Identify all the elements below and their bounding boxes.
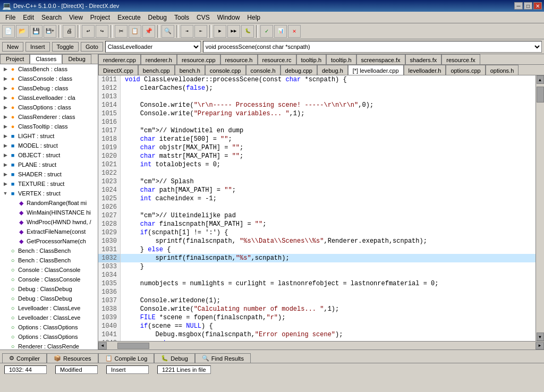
tree-item[interactable]: ▶■LIGHT : struct	[0, 131, 98, 141]
expand-icon[interactable]: ▶	[2, 114, 8, 120]
tree-item[interactable]: ○Debug : ClassDebug	[0, 284, 98, 294]
scroll-right[interactable]: ►	[536, 342, 544, 350]
scroll-thumb[interactable]	[537, 87, 544, 103]
tree-item[interactable]: ○Bench : ClassBench	[0, 246, 98, 255]
scroll-up[interactable]: ▲	[537, 75, 544, 84]
line-content[interactable]: clearCaches(false);	[121, 84, 213, 92]
tree-item[interactable]: ▶●ClassConsole : class	[0, 74, 98, 83]
tb-compile[interactable]: ▶	[214, 25, 226, 38]
tab-classes[interactable]: Classes	[30, 54, 62, 64]
tb-undo[interactable]: ↩	[82, 25, 95, 38]
expand-icon[interactable]: ▶	[2, 181, 8, 186]
tab-renderer_h[interactable]: renderer.h	[141, 54, 177, 65]
tab-project[interactable]: Project	[0, 54, 30, 64]
bottom-tab-compiler[interactable]: ⚙Compiler	[2, 353, 47, 363]
tree-item[interactable]: ▶●ClassRenderer : class	[0, 112, 98, 122]
tab-resource_rc[interactable]: resource.rc	[258, 54, 296, 65]
menu-help[interactable]: Help	[244, 13, 264, 22]
expand-icon[interactable]: ▶	[2, 162, 8, 167]
tb-run[interactable]: ▶▶	[227, 25, 240, 38]
expand-icon[interactable]: ▶	[2, 152, 8, 158]
tb-unindent[interactable]: ⇤	[194, 25, 207, 38]
tree-item[interactable]: ▶■OBJECT : struct	[0, 150, 98, 160]
toggle-button[interactable]: Toggle	[52, 42, 79, 52]
scroll-track[interactable]	[537, 84, 544, 333]
bottom-tab-debug[interactable]: 🐛Debug	[154, 353, 194, 363]
expand-icon[interactable]: ▶	[2, 76, 8, 81]
line-content[interactable]	[121, 169, 125, 177]
tb-redo[interactable]: ↪	[96, 25, 108, 38]
tree-item[interactable]: ○Bench : ClassBench	[0, 255, 98, 265]
tab-resource_fx[interactable]: resource.fx	[441, 54, 480, 65]
tab-options_h[interactable]: options.h	[486, 65, 519, 75]
insert-button[interactable]: Insert	[26, 42, 50, 52]
tree-item[interactable]: ○Levelloader : ClassLeve	[0, 303, 98, 313]
tb-chart[interactable]: 📊	[274, 25, 287, 38]
tab-debug_h[interactable]: debug.h	[317, 65, 348, 75]
line-content[interactable]: "cm">// Windowtitel en dump	[121, 126, 243, 135]
h-scroll-thumb[interactable]	[117, 343, 149, 349]
tree-item[interactable]: ◆ExtractFileName(const	[0, 227, 98, 236]
expand-icon[interactable]: ▶	[2, 86, 8, 91]
expand-icon[interactable]: ▶	[2, 105, 8, 110]
class-selector[interactable]: ClassLevelloader	[105, 41, 201, 53]
line-content[interactable]	[121, 118, 125, 126]
goto-button[interactable]: Goto	[81, 42, 103, 52]
menu-view[interactable]: View	[66, 13, 86, 22]
scroll-down[interactable]: ▼	[537, 333, 544, 341]
tree-item[interactable]: ▶●ClassTooltip : class	[0, 122, 98, 131]
line-content[interactable]: char finalscnpath[MAX_PATH] = "";	[121, 220, 266, 228]
menu-tools[interactable]: Tools	[171, 13, 192, 22]
tb-indent[interactable]: ⇥	[181, 25, 193, 38]
tb-new[interactable]: 📄	[2, 25, 15, 38]
line-content[interactable]: Console.writedone(1);	[121, 296, 220, 305]
tree-item[interactable]: ▶●ClassOptions : class	[0, 103, 98, 112]
bottom-tab-compile-log[interactable]: 📋Compile Log	[98, 353, 155, 363]
menu-search[interactable]: Search	[38, 13, 65, 22]
close-button[interactable]: ✕	[533, 2, 542, 10]
minimize-button[interactable]: ─	[514, 2, 523, 10]
tab-console_h[interactable]: console.h	[246, 65, 280, 75]
horizontal-scrollbar[interactable]: ◄ ►	[98, 341, 544, 350]
tree-item[interactable]: ◆WndProc(HWND hwnd, /	[0, 217, 98, 227]
expand-icon[interactable]: ▶	[2, 143, 8, 148]
line-content[interactable]: numobjects = numlights = curlight = last…	[121, 279, 439, 288]
line-content[interactable]	[121, 271, 125, 279]
bottom-tab-find-results[interactable]: 🔍Find Results	[195, 353, 251, 363]
tree-item[interactable]: ▶■TEXTURE : struct	[0, 179, 98, 189]
line-content[interactable]: FILE *scene = fopen(finalscnpath,"r");	[121, 313, 285, 322]
line-content[interactable]: char matstr[MAX_PATH] = "";	[121, 152, 243, 160]
code-wrapper[interactable]: 1011void ClassLevelloader::processScene(…	[98, 75, 536, 341]
bottom-tab-resources[interactable]: 📦Resources	[47, 353, 98, 363]
tree-item[interactable]: ◆RandomRange(float mi	[0, 198, 98, 208]
tree-item[interactable]: ○Options : ClassOptions	[0, 332, 98, 342]
tb-save-all[interactable]: 💾+	[44, 25, 56, 38]
tree-item[interactable]: ▶●ClassLevelloader : cla	[0, 93, 98, 103]
tb-copy[interactable]: 📋	[129, 25, 141, 38]
expand-icon[interactable]: ▶	[2, 133, 8, 139]
tb-check[interactable]: ✓	[260, 25, 273, 38]
tree-item[interactable]: ◆WinMain(HINSTANCE hi	[0, 208, 98, 217]
tab-shaders_fx[interactable]: shaders.fx	[405, 54, 442, 65]
expand-icon[interactable]: ▶	[2, 172, 8, 177]
h-scroll-track[interactable]	[107, 342, 536, 350]
line-content[interactable]	[121, 203, 125, 211]
tab-tooltip_h[interactable]: tooltip.h	[296, 54, 327, 65]
tree-item[interactable]: ○Console : ClassConsole	[0, 275, 98, 284]
line-content[interactable]: char objstr[MAX_PATH] = "";	[121, 143, 243, 152]
line-content[interactable]: char iteratie[500] = "";	[121, 135, 232, 143]
tab-resource_h[interactable]: resource.h	[220, 54, 258, 65]
line-content[interactable]: Console.write("Preparing variables... ",…	[121, 109, 304, 118]
line-content[interactable]: sprintf(finalscnpath, "%s\\Data\\Scenes\…	[121, 237, 427, 245]
line-content[interactable]: Debug.msgbox(finalscnpath,"Error opening…	[121, 330, 343, 339]
line-content[interactable]	[121, 92, 125, 101]
tab-levelloader_h[interactable]: levelloader.h	[404, 65, 446, 75]
tb-debug[interactable]: 🐛	[241, 25, 254, 38]
line-content[interactable]: void ClassLevelloader::processScene(cons…	[121, 75, 347, 84]
tab-options_cpp[interactable]: options.cpp	[446, 65, 485, 75]
line-content[interactable]: Console.write("\r\n----- Processing scen…	[121, 101, 373, 109]
tb-print[interactable]: 🖨	[63, 25, 75, 38]
tree-item[interactable]: ▶■SHADER : struct	[0, 169, 98, 179]
line-content[interactable]: } else {	[121, 245, 171, 254]
restore-button[interactable]: □	[524, 2, 532, 10]
